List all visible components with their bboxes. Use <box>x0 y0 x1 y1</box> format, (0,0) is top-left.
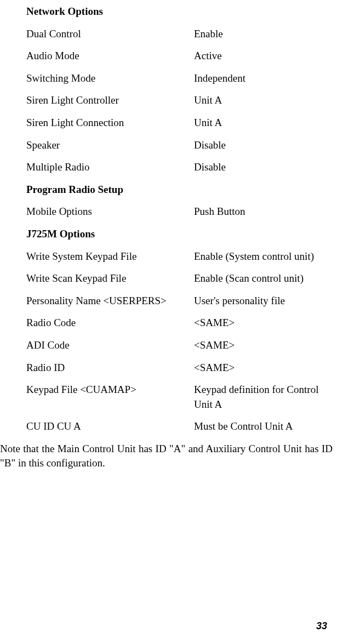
config-row: Radio ID <SAME> <box>0 361 337 375</box>
config-row: Write Scan Keypad File Enable (Scan cont… <box>0 271 337 286</box>
config-row: Keypad File <CUAMAP> Keypad definition f… <box>0 383 337 412</box>
config-row: ADI Code <SAME> <box>0 338 337 353</box>
config-row: Radio Code <SAME> <box>0 316 337 330</box>
config-label: Audio Mode <box>26 49 194 64</box>
config-value: Active <box>194 49 337 64</box>
config-row: Siren Light Controller Unit A <box>0 93 337 108</box>
config-label: Siren Light Connection <box>26 116 194 130</box>
config-value: Enable (Scan control unit) <box>194 271 337 286</box>
page-number: 33 <box>316 619 327 633</box>
config-row: Siren Light Connection Unit A <box>0 116 337 130</box>
config-value: Unit A <box>194 116 337 130</box>
config-row: CU ID CU A Must be Control Unit A <box>0 419 337 434</box>
config-row: Switching Mode Independent <box>0 71 337 86</box>
config-value: Unit A <box>194 93 337 108</box>
config-value: <SAME> <box>194 361 337 375</box>
config-value: <SAME> <box>194 316 337 330</box>
config-label: Mobile Options <box>26 204 194 219</box>
config-row: Speaker Disable <box>0 138 337 153</box>
config-value: Enable (System control unit) <box>194 249 337 264</box>
config-label: Siren Light Controller <box>26 93 194 108</box>
config-value: Independent <box>194 71 337 86</box>
config-value: Enable <box>194 27 337 42</box>
section-heading-network: Network Options <box>0 4 337 19</box>
config-row: Personality Name <USERPERS> User's perso… <box>0 294 337 309</box>
config-row: Mobile Options Push Button <box>0 204 337 219</box>
config-value: Keypad definition for Control Unit A <box>194 383 337 412</box>
config-row: Multiple Radio Disable <box>0 160 337 175</box>
config-label: Keypad File <CUAMAP> <box>26 383 194 412</box>
config-value: Push Button <box>194 204 337 219</box>
section-heading-j725m: J725M Options <box>0 227 337 242</box>
config-value: Must be Control Unit A <box>194 419 337 434</box>
config-label: Speaker <box>26 138 194 153</box>
config-label: Switching Mode <box>26 71 194 86</box>
config-label: Dual Control <box>26 27 194 42</box>
page-content: Network Options Dual Control Enable Audi… <box>0 0 337 471</box>
config-row: Dual Control Enable <box>0 27 337 42</box>
config-label: Write System Keypad File <box>26 249 194 264</box>
config-label: ADI Code <box>26 338 194 353</box>
note-paragraph: Note that the Main Control Unit has ID "… <box>0 442 337 471</box>
config-label: Personality Name <USERPERS> <box>26 294 194 309</box>
config-label: Write Scan Keypad File <box>26 271 194 286</box>
config-value: Disable <box>194 160 337 175</box>
config-row: Audio Mode Active <box>0 49 337 64</box>
config-value: <SAME> <box>194 338 337 353</box>
section-heading-program-radio: Program Radio Setup <box>0 183 337 197</box>
config-value: Disable <box>194 138 337 153</box>
config-label: Multiple Radio <box>26 160 194 175</box>
config-value: User's personality file <box>194 294 337 309</box>
config-label: Radio ID <box>26 361 194 375</box>
config-row: Write System Keypad File Enable (System … <box>0 249 337 264</box>
config-label: CU ID CU A <box>26 419 194 434</box>
config-label: Radio Code <box>26 316 194 330</box>
